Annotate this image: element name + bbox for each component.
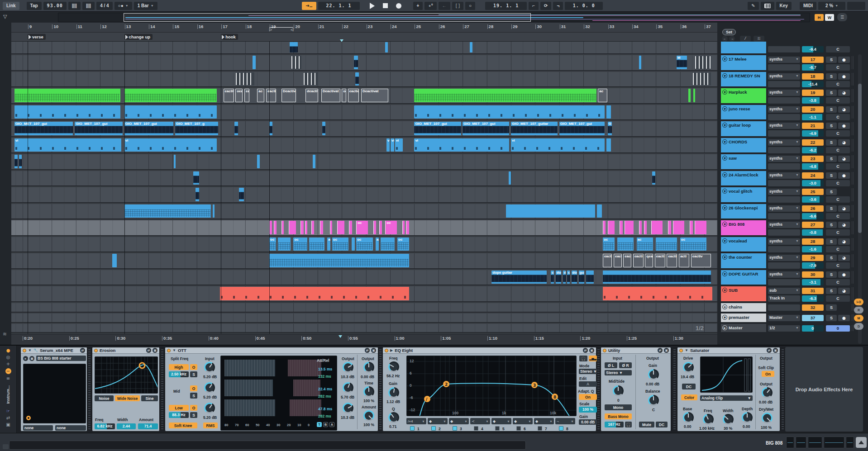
track-header-DOPE GUITAR[interactable]: ▼DOPE GUITARsynths▼30S●-3.1C (721, 270, 854, 286)
disclosure-icon[interactable]: ▼ (722, 73, 727, 78)
input-select[interactable]: Master▼ (768, 315, 800, 321)
time-label[interactable]: 0:40 (209, 336, 219, 341)
high-power-button[interactable]: O (190, 364, 197, 370)
filter-type-select-6[interactable]: ◆▼ (513, 418, 533, 424)
edit-ab-button[interactable]: A (579, 381, 597, 387)
filter-type-select-2[interactable]: ◆▼ (428, 418, 448, 424)
clip[interactable] (257, 155, 259, 168)
forward-arrow-button[interactable]: → (729, 36, 735, 42)
clip[interactable] (253, 56, 256, 69)
activity-icon[interactable]: ● (6, 348, 10, 353)
bar-number[interactable]: 36 (681, 24, 687, 29)
clip[interactable] (235, 72, 254, 86)
track-lane-juno reese[interactable] (11, 105, 717, 121)
time-label[interactable]: 1:25 (627, 336, 637, 341)
clip[interactable]: GIO_MET_107_gui (14, 122, 73, 135)
clip[interactable] (239, 188, 244, 201)
device-drag-handle[interactable] (88, 349, 91, 429)
pan-field[interactable]: C (826, 262, 850, 269)
disclosure-icon[interactable]: ▼ (722, 172, 727, 177)
mode-sine-button[interactable]: Sine (141, 395, 158, 401)
input-channel-field[interactable] (768, 279, 800, 285)
master-output-knob[interactable] (363, 362, 374, 373)
device-thumbnail[interactable] (796, 437, 806, 448)
bar-number[interactable]: 14 (149, 24, 155, 29)
solo-button[interactable]: S (826, 288, 837, 294)
device-activator-icon[interactable] (679, 349, 683, 352)
arm-button[interactable]: ◕ (838, 90, 850, 96)
device-thumbnail[interactable] (786, 437, 794, 448)
track-lane-24 AlarmClock[interactable] (11, 171, 717, 187)
volume-field[interactable]: -1.1 (802, 114, 824, 120)
bar-number[interactable]: 31 (560, 24, 566, 29)
plugin-knob-icon[interactable] (26, 416, 31, 420)
input-channel-field[interactable] (768, 130, 800, 137)
clip[interactable] (124, 105, 217, 119)
clip[interactable]: oc (603, 237, 615, 251)
pan-field[interactable]: C (826, 81, 850, 87)
save-icon[interactable]: ▣ (664, 348, 669, 353)
clip[interactable] (303, 72, 319, 86)
input-channel-field[interactable] (768, 114, 800, 120)
time-label[interactable]: 0:20 (23, 336, 33, 341)
track-lane-DOPE GUITAR[interactable]: dope guitarcdopedcdopegu (11, 270, 717, 286)
volume-field[interactable]: -1.6 (802, 246, 824, 252)
arrangement-view[interactable]: 9101112131415161718192021222324252627282… (11, 23, 717, 345)
clip[interactable] (220, 287, 409, 300)
track-lane-CHORDS[interactable]: vivivvivivivi (11, 138, 717, 154)
track-name[interactable]: ▼18 REMEDY SN (721, 72, 766, 87)
track-name[interactable]: ▼vocalead (721, 237, 766, 252)
nudge-down-button[interactable]: |||| (68, 2, 81, 10)
arrangement-position-field[interactable]: 22. 1. 1 (318, 2, 360, 10)
volume-field[interactable]: -3.0 (802, 180, 824, 186)
device-thumbnail[interactable] (846, 437, 854, 448)
drive-knob[interactable] (683, 362, 694, 373)
track-lane-guitar loop[interactable]: GIO_MET_107_guiGIO_MET_107_guiGIO_MET_10… (11, 121, 717, 137)
midi-map-button[interactable]: MIDI (800, 2, 816, 10)
hot-swap-icon[interactable]: ⇄ (365, 348, 370, 353)
time-label[interactable]: 1:30 (673, 336, 683, 341)
clip[interactable] (617, 237, 634, 251)
bar-number[interactable]: 13 (125, 24, 131, 29)
clip[interactable] (337, 221, 344, 234)
device-activator-icon[interactable] (167, 349, 171, 352)
link-button[interactable]: Link (3, 2, 19, 10)
track-lane-SUB[interactable] (11, 286, 717, 302)
clip[interactable]: oc (397, 237, 409, 251)
drop-audio-effects-zone[interactable]: Drop Audio Effects Here (785, 347, 863, 432)
bar-number[interactable]: 26 (439, 24, 445, 29)
clip[interactable] (639, 221, 642, 234)
device-drag-handle[interactable] (161, 349, 163, 429)
filter-type-select-4[interactable]: ≺▼ (470, 418, 490, 424)
clip[interactable]: eacti (623, 254, 631, 267)
track-header-26 Glockenspi[interactable]: ▼26 Glockenspisynths▼26S◕-6.6C (721, 204, 854, 220)
track-lane-vocal glitch[interactable] (11, 187, 717, 203)
adaptq-button[interactable]: On (579, 394, 597, 400)
clip[interactable] (470, 42, 472, 52)
disclosure-icon[interactable]: ▼ (722, 123, 727, 128)
output-value[interactable]: 0.00 dB (759, 400, 773, 404)
bar-number[interactable]: 34 (632, 24, 639, 29)
clip[interactable]: eactiv (266, 89, 276, 102)
clip[interactable] (385, 42, 387, 52)
bar-number[interactable]: 22 (342, 24, 348, 29)
locator-flag[interactable]: hook (221, 34, 238, 40)
arm-button[interactable]: ● (838, 271, 850, 278)
freq-knob[interactable] (703, 414, 714, 425)
loop-length-field[interactable]: 1. 0. 0 (565, 2, 603, 10)
volume-field[interactable]: -0.8 (802, 229, 824, 236)
clip[interactable]: Deactivat (321, 89, 340, 102)
device-utility[interactable]: Utility⇄▣ Input Ø L Ø R Stereo ▼ Mid/Sid… (601, 347, 671, 432)
bar-number[interactable]: 23 (367, 24, 373, 29)
track-lane-chains[interactable] (11, 303, 717, 313)
clip[interactable] (14, 155, 18, 168)
clip[interactable] (124, 89, 217, 102)
info-field[interactable] (9, 441, 526, 450)
clip[interactable] (330, 221, 332, 234)
track-name[interactable]: ▼Harpluck (721, 88, 766, 103)
track-header-Harpluck[interactable]: ▼Harplucksynths▼19S◕-3.8C (721, 88, 854, 104)
clip[interactable] (692, 72, 711, 86)
track-name[interactable]: ▼vocal glitch (721, 187, 766, 202)
track-name[interactable]: ▼saw (721, 154, 766, 169)
device-drag-handle[interactable] (782, 349, 784, 429)
